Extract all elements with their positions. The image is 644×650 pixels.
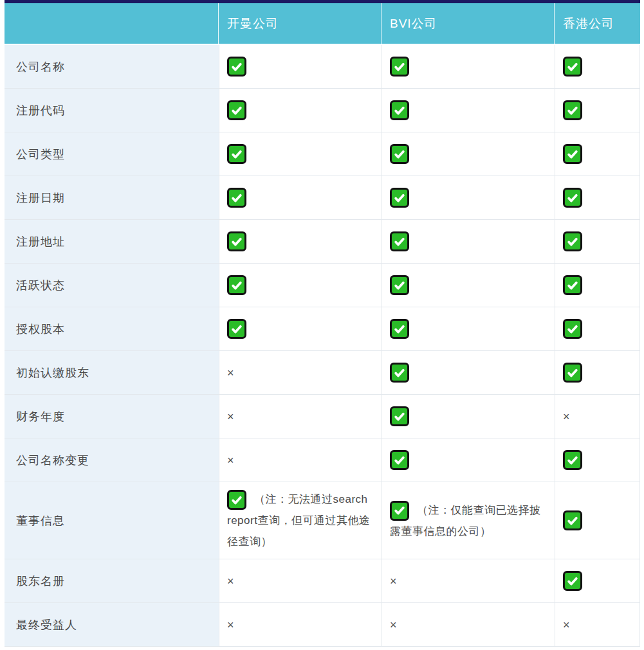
data-cell	[555, 176, 640, 219]
cross-icon: ×	[227, 411, 234, 422]
data-cell	[219, 307, 382, 350]
header-cell-bvi: BVI公司	[382, 3, 555, 44]
cross-icon: ×	[227, 367, 234, 379]
check-icon	[227, 319, 246, 339]
data-cell	[555, 307, 640, 350]
data-cell: ×	[555, 603, 640, 646]
check-icon	[227, 144, 246, 164]
data-cell	[382, 438, 555, 482]
check-icon	[390, 501, 409, 521]
check-icon	[390, 57, 409, 77]
check-icon	[227, 490, 246, 510]
cell-note: （注：无法通过search report查询，但可通过其他途径查询）	[227, 493, 370, 548]
header-cell-hongkong: 香港公司	[555, 3, 640, 44]
data-cell	[555, 482, 640, 559]
table-row: 董事信息（注：无法通过search report查询，但可通过其他途径查询）（注…	[5, 482, 640, 559]
data-cell	[219, 45, 382, 88]
row-label: 公司类型	[5, 132, 219, 176]
table-row: 公司类型	[5, 132, 640, 176]
data-cell	[555, 264, 640, 307]
row-label: 公司名称	[5, 45, 219, 88]
data-cell	[219, 220, 382, 263]
cross-icon: ×	[227, 455, 234, 466]
check-icon	[227, 231, 246, 251]
table-row: 初始认缴股东×	[5, 351, 640, 395]
row-label: 股东名册	[5, 559, 219, 602]
row-label: 注册日期	[5, 176, 219, 219]
data-cell	[219, 176, 382, 219]
check-icon	[563, 363, 582, 383]
table-body: 公司名称注册代码公司类型注册日期注册地址活跃状态授权股本初始认缴股东×财务年度×…	[5, 45, 640, 647]
company-comparison-table: 开曼公司 BVI公司 香港公司 公司名称注册代码公司类型注册日期注册地址活跃状态…	[5, 0, 640, 647]
check-icon	[390, 231, 409, 251]
check-icon	[563, 57, 582, 77]
data-cell	[555, 438, 640, 482]
check-icon	[563, 188, 582, 208]
check-icon	[390, 188, 409, 208]
cross-icon: ×	[227, 575, 234, 587]
header-cell-cayman: 开曼公司	[219, 3, 382, 44]
cross-icon: ×	[563, 619, 570, 631]
row-label: 授权股本	[5, 307, 219, 350]
data-cell	[382, 351, 555, 394]
cross-icon: ×	[227, 619, 234, 631]
data-cell	[555, 45, 640, 88]
cross-icon: ×	[390, 575, 397, 587]
data-cell	[382, 395, 555, 438]
data-cell: ×	[219, 438, 382, 482]
header-cell-blank	[5, 3, 219, 44]
data-cell: ×	[382, 559, 555, 602]
data-cell: ×	[219, 395, 382, 438]
data-cell-with-note: （注：无法通过search report查询，但可通过其他途径查询）	[219, 482, 382, 559]
check-icon	[563, 100, 582, 120]
data-cell	[382, 307, 555, 350]
check-icon	[390, 450, 409, 470]
cross-icon: ×	[390, 619, 397, 631]
data-cell	[219, 89, 382, 132]
data-cell	[382, 176, 555, 219]
data-cell: ×	[555, 395, 640, 438]
table-row: 最终受益人×××	[5, 603, 640, 647]
data-cell: ×	[219, 559, 382, 602]
data-cell	[555, 351, 640, 394]
data-cell	[219, 132, 382, 176]
check-icon	[390, 406, 409, 426]
data-cell: ×	[219, 603, 382, 646]
cell-note: （注：仅能查询已选择披露董事信息的公司）	[390, 504, 541, 537]
row-label: 最终受益人	[5, 603, 219, 646]
table-row: 公司名称变更×	[5, 438, 640, 482]
check-icon	[563, 319, 582, 339]
check-icon	[227, 275, 246, 295]
check-icon	[390, 275, 409, 295]
data-cell	[382, 89, 555, 132]
data-cell: ×	[382, 603, 555, 646]
data-cell	[382, 220, 555, 263]
row-label: 初始认缴股东	[5, 351, 219, 394]
table-row: 公司名称	[5, 45, 640, 89]
check-icon	[563, 510, 582, 530]
note-wrap: （注：仅能查询已选择披露董事信息的公司）	[390, 500, 547, 542]
check-icon	[390, 100, 409, 120]
table-row: 活跃状态	[5, 264, 640, 307]
check-icon	[563, 571, 582, 591]
data-cell	[555, 220, 640, 263]
table-row: 授权股本	[5, 307, 640, 351]
data-cell	[382, 264, 555, 307]
data-cell	[382, 132, 555, 176]
table-row: 注册日期	[5, 176, 640, 220]
check-icon	[390, 363, 409, 383]
data-cell	[219, 264, 382, 307]
table-row: 注册代码	[5, 89, 640, 132]
table-row: 财务年度××	[5, 395, 640, 438]
check-icon	[390, 144, 409, 164]
data-cell: ×	[219, 351, 382, 394]
row-label: 注册代码	[5, 89, 219, 132]
check-icon	[563, 275, 582, 295]
data-cell	[555, 89, 640, 132]
table-row: 股东名册××	[5, 559, 640, 603]
row-label: 董事信息	[5, 482, 219, 559]
row-label: 注册地址	[5, 220, 219, 263]
check-icon	[227, 57, 246, 77]
data-cell	[555, 559, 640, 602]
row-label: 财务年度	[5, 395, 219, 438]
